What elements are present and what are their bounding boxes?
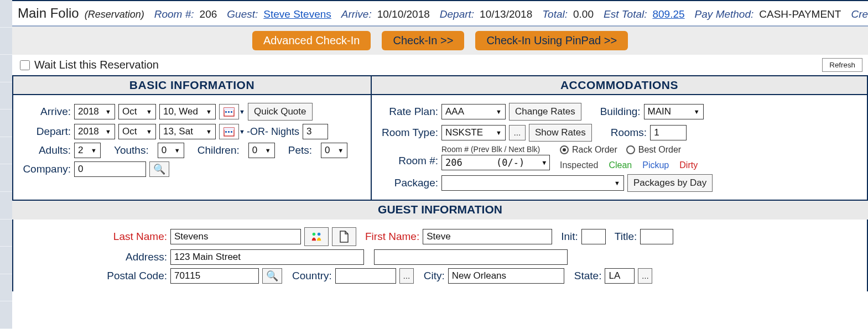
room-no-select[interactable]: 206 (0/-)▼ [441, 155, 550, 170]
arrive-label: Arrive: [337, 8, 372, 20]
calendar-icon [224, 127, 235, 137]
package-select[interactable]: ▼ [441, 175, 624, 191]
title-lbl: Title: [615, 231, 637, 243]
svg-point-10 [313, 233, 316, 236]
children-select[interactable]: 0▼ [248, 143, 275, 158]
state-input[interactable] [605, 268, 635, 284]
rate-plan-select[interactable]: AAA▼ [441, 104, 506, 119]
guest-label: Guest: [222, 8, 258, 20]
company-lbl: Company: [20, 163, 71, 175]
est-total-label: Est Total: [599, 8, 647, 20]
svg-rect-3 [228, 111, 230, 113]
state-more-button[interactable]: … [638, 268, 652, 284]
children-lbl: Children: [197, 144, 240, 156]
rooms-input[interactable] [650, 125, 687, 140]
action-bar: Advanced Check-In Check-In >> Check-In U… [12, 27, 868, 55]
status-clean: Clean [609, 160, 632, 170]
first-name-lbl: First Name: [365, 231, 419, 243]
postal-lookup-button[interactable]: 🔍 [262, 268, 282, 284]
ellipsis-icon: … [513, 129, 521, 137]
country-more-button[interactable]: … [399, 268, 414, 284]
pay-method-value: CASH-PAYMENT [759, 8, 841, 20]
quick-quote-button[interactable]: Quick Quote [248, 103, 313, 121]
svg-rect-1 [224, 108, 234, 110]
init-input[interactable] [581, 229, 606, 244]
building-select[interactable]: MAIN▼ [644, 104, 704, 119]
calendar-icon [224, 107, 235, 117]
room-type-select[interactable]: NSKSTE▼ [441, 125, 506, 140]
waitlist-checkbox[interactable] [20, 60, 30, 70]
basic-info-panel: BASIC INFORMATION Arrive: 2018▼ Oct▼ 10,… [12, 75, 371, 201]
left-gutter [0, 0, 12, 329]
address1-input[interactable] [170, 249, 364, 265]
show-rates-button[interactable]: Show Rates [529, 124, 592, 142]
radio-icon [626, 145, 635, 154]
company-input[interactable] [74, 161, 146, 177]
adults-lbl: Adults: [20, 144, 71, 156]
depart-year-select[interactable]: 2018▼ [74, 124, 115, 139]
init-lbl: Init: [561, 231, 578, 243]
guest-info-header: GUEST INFORMATION [12, 200, 868, 220]
last-name-input[interactable] [170, 229, 301, 244]
arrive-month-select[interactable]: Oct▼ [118, 104, 156, 119]
first-name-input[interactable] [423, 229, 552, 244]
youths-select[interactable]: 0▼ [158, 143, 184, 158]
arrive-calendar-button[interactable]: ▼ [219, 104, 239, 119]
pets-select[interactable]: 0▼ [321, 143, 347, 158]
postal-input[interactable] [170, 268, 259, 284]
nights-input[interactable] [303, 124, 328, 139]
checkin-pinpad-button[interactable]: Check-In Using PinPad >> [475, 31, 628, 50]
country-lbl: Country: [292, 270, 332, 282]
last-name-lbl: Last Name: [20, 231, 167, 243]
rack-order-radio[interactable]: Rack Order [560, 145, 617, 155]
svg-rect-6 [224, 128, 234, 130]
rooms-lbl: Rooms: [611, 127, 647, 139]
packages-by-day-button[interactable]: Packages by Day [627, 174, 713, 192]
status-pickup: Pickup [642, 160, 669, 170]
city-input[interactable] [448, 268, 564, 284]
best-order-radio[interactable]: Best Order [626, 145, 681, 155]
depart-lbl: Depart: [20, 126, 71, 138]
ellipsis-icon: … [403, 272, 410, 280]
total-label: Total: [538, 8, 568, 20]
adults-select[interactable]: 2▼ [74, 143, 101, 158]
depart-calendar-button[interactable]: ▼ [219, 124, 239, 139]
accommodations-panel: ACCOMMODATIONS Rate Plan: AAA▼ Change Ra… [371, 75, 868, 201]
svg-point-11 [318, 233, 321, 236]
accommodations-header: ACCOMMODATIONS [372, 76, 867, 95]
pets-lbl: Pets: [288, 144, 312, 156]
address2-input[interactable] [374, 249, 568, 265]
refresh-button[interactable]: Refresh [822, 58, 862, 72]
est-total-link[interactable]: 809.25 [652, 8, 684, 20]
guest-profile-button[interactable] [304, 227, 329, 246]
new-guest-button[interactable] [332, 227, 356, 246]
radio-icon [560, 145, 569, 154]
checkin-button[interactable]: Check-In >> [382, 31, 464, 50]
folio-title: Main Folio [18, 6, 79, 21]
advanced-checkin-button[interactable]: Advanced Check-In [252, 31, 371, 50]
title-input[interactable] [640, 229, 673, 244]
pay-method-label: Pay Method: [690, 8, 754, 20]
arrive-year-select[interactable]: 2018▼ [74, 104, 115, 119]
arrive-day-select[interactable]: 10, Wed▼ [159, 104, 216, 119]
depart-day-select[interactable]: 13, Sat▼ [159, 124, 216, 139]
address-lbl: Address: [20, 251, 167, 263]
room-type-more-button[interactable]: … [509, 125, 526, 140]
ellipsis-icon: … [642, 272, 649, 280]
country-input[interactable] [335, 268, 396, 284]
change-rates-button[interactable]: Change Rates [509, 103, 581, 121]
company-lookup-button[interactable]: 🔍 [149, 161, 169, 177]
depart-month-select[interactable]: Oct▼ [118, 124, 156, 139]
status-inspected: Inspected [560, 160, 598, 170]
basic-info-header: BASIC INFORMATION [13, 76, 371, 95]
city-lbl: City: [424, 270, 445, 282]
youths-lbl: Youths: [114, 144, 149, 156]
search-icon: 🔍 [153, 163, 165, 175]
svg-rect-7 [225, 131, 227, 133]
search-icon: 🔍 [266, 270, 278, 282]
arrive-value: 10/10/2018 [377, 8, 430, 20]
guest-link[interactable]: Steve Stevens [263, 8, 331, 20]
folio-subtitle: (Reservation) [85, 9, 144, 20]
svg-rect-8 [228, 131, 230, 133]
room-type-lbl: Room Type: [378, 127, 438, 139]
